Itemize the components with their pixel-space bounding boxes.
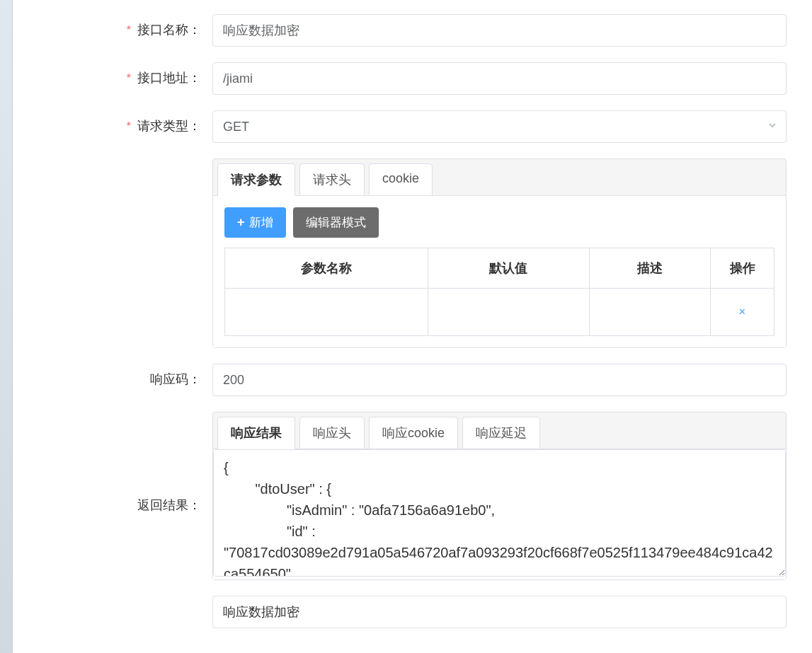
params-toolbar: + 新增 编辑器模式 xyxy=(224,207,774,238)
cell-actions: × xyxy=(711,289,774,336)
response-code-input[interactable] xyxy=(212,364,787,396)
row-response-code: 响应码： xyxy=(14,364,798,396)
label-request-type-text: 请求类型： xyxy=(137,119,201,133)
params-table: 参数名称 默认值 描述 操作 xyxy=(224,248,774,336)
cell-description[interactable] xyxy=(590,289,711,336)
request-panel: 请求参数 请求头 cookie + 新增 编辑器模式 xyxy=(212,158,787,348)
th-actions: 操作 xyxy=(711,248,774,289)
required-star-icon: * xyxy=(127,72,131,84)
editor-mode-button[interactable]: 编辑器模式 xyxy=(293,207,379,238)
required-star-icon: * xyxy=(127,24,131,36)
tab-request-headers[interactable]: 请求头 xyxy=(299,163,365,196)
request-tabs: 请求参数 请求头 cookie xyxy=(213,159,786,196)
label-return-result-text: 返回结果： xyxy=(137,498,201,512)
tab-request-cookie[interactable]: cookie xyxy=(369,163,433,196)
label-interface-name-text: 接口名称： xyxy=(137,23,201,37)
tab-response-delay[interactable]: 响应延迟 xyxy=(462,417,540,449)
cell-param-name[interactable] xyxy=(225,289,428,336)
required-star-icon: * xyxy=(127,120,131,132)
cell-default-value[interactable] xyxy=(428,289,590,336)
label-return-result: 返回结果： xyxy=(14,412,212,514)
th-description: 描述 xyxy=(590,248,711,289)
response-panel: 响应结果 响应头 响应cookie 响应延迟 xyxy=(212,412,787,580)
row-bottom-field xyxy=(14,596,798,628)
label-response-code-text: 响应码： xyxy=(150,372,201,386)
tab-response-result[interactable]: 响应结果 xyxy=(217,417,295,449)
response-tabs: 响应结果 响应头 响应cookie 响应延迟 xyxy=(213,412,786,449)
row-request-panel: 请求参数 请求头 cookie + 新增 编辑器模式 xyxy=(14,158,798,348)
interface-url-input[interactable] xyxy=(212,62,787,95)
tab-response-cookie[interactable]: 响应cookie xyxy=(369,417,458,449)
left-sidebar-edge xyxy=(0,0,13,653)
label-response-code: 响应码： xyxy=(14,364,212,388)
add-button-label: 新增 xyxy=(249,214,273,231)
response-body-textarea[interactable] xyxy=(213,449,786,577)
bottom-input[interactable] xyxy=(212,596,787,628)
label-interface-url: * 接口地址： xyxy=(14,62,212,86)
request-tab-body: + 新增 编辑器模式 参数名称 默认值 描述 xyxy=(213,195,786,347)
label-interface-url-text: 接口地址： xyxy=(137,71,201,85)
row-interface-name: * 接口名称： xyxy=(14,14,798,47)
tab-request-params[interactable]: 请求参数 xyxy=(217,163,295,196)
editor-mode-label: 编辑器模式 xyxy=(306,214,366,231)
api-form: * 接口名称： * 接口地址： * 请求类型： xyxy=(0,14,812,628)
row-return-result: 返回结果： 响应结果 响应头 响应cookie 响应延迟 xyxy=(14,412,798,580)
label-interface-name: * 接口名称： xyxy=(14,14,212,38)
label-request-type: * 请求类型： xyxy=(14,110,212,134)
th-default-value: 默认值 xyxy=(428,248,590,289)
th-param-name: 参数名称 xyxy=(225,248,428,289)
table-row: × xyxy=(225,289,774,336)
interface-name-input[interactable] xyxy=(212,14,787,47)
label-bottom-empty xyxy=(14,596,212,603)
request-type-select[interactable] xyxy=(212,110,787,143)
label-empty-params xyxy=(14,158,212,166)
row-request-type: * 请求类型： xyxy=(14,110,798,143)
close-icon[interactable]: × xyxy=(739,306,745,318)
tab-response-headers[interactable]: 响应头 xyxy=(299,417,365,449)
plus-icon: + xyxy=(237,215,245,230)
row-interface-url: * 接口地址： xyxy=(14,62,798,95)
add-param-button[interactable]: + 新增 xyxy=(224,207,286,238)
response-tab-body xyxy=(213,449,786,579)
